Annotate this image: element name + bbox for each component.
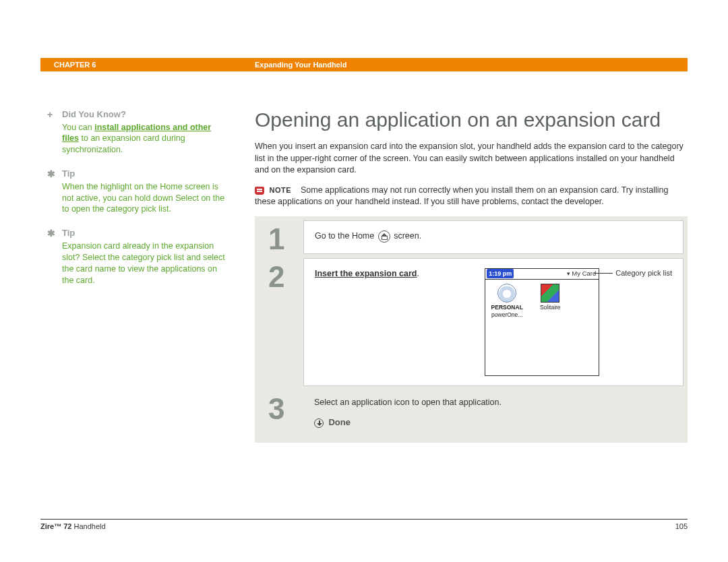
app-icon (497, 284, 516, 303)
device-status-bar: 1:19 pm My Card (485, 269, 599, 280)
tip-body-2: Expansion card already in the expansion … (62, 241, 228, 286)
page-number: 105 (675, 522, 688, 530)
step-body: Insert the expansion card. 1:19 pm My Ca… (303, 258, 684, 386)
step-number: 3 (259, 390, 303, 439)
did-you-know-body: You can install applications and other f… (62, 122, 228, 156)
down-arrow-icon (314, 418, 324, 428)
chapter-header-bar: CHAPTER 6 Expanding Your Handheld (40, 58, 688, 71)
app-solitaire[interactable]: Solitaire (534, 284, 566, 320)
asterisk-icon: ✱ (47, 227, 55, 240)
page-footer: Zire™ 72 Handheld 105 (40, 519, 688, 530)
done-indicator: Done (314, 416, 673, 429)
device-screenshot: 1:19 pm My Card PERSONAL powerOne... (485, 268, 599, 376)
intro-paragraph: When you insert an expansion card into t… (255, 141, 688, 177)
step-number: 1 (259, 220, 303, 254)
app-powerone[interactable]: PERSONAL powerOne... (491, 284, 523, 320)
callout-category-picklist: Category pick list (609, 268, 672, 278)
step-body: Go to the Home screen. (303, 220, 684, 254)
did-you-know-block: + Did You Know? You can install applicat… (62, 108, 228, 156)
note-text: Some applications may not run correctly … (255, 185, 668, 207)
step-number: 2 (259, 258, 303, 386)
app-icon (541, 284, 559, 303)
home-icon (378, 230, 390, 243)
did-you-know-heading: + Did You Know? (62, 108, 228, 121)
main-content: Opening an application on an expansion c… (255, 108, 688, 443)
insert-card-link[interactable]: Insert the expansion card (315, 269, 417, 278)
note-label: NOTE (269, 186, 291, 194)
chapter-label: CHAPTER 6 (40, 61, 255, 69)
device-time: 1:19 pm (487, 269, 514, 279)
plus-icon: + (47, 108, 53, 121)
step-body: Select an application icon to open that … (303, 390, 684, 439)
steps-container: 1 Go to the Home screen. 2 Insert the ex… (255, 216, 688, 443)
chapter-title: Expanding Your Handheld (255, 61, 347, 69)
tip-block-1: ✱ Tip When the highlight on the Home scr… (62, 168, 228, 215)
tip-body-1: When the highlight on the Home screen is… (62, 181, 228, 216)
note-paragraph: NOTE Some applications may not run corre… (255, 185, 688, 208)
step-2: 2 Insert the expansion card. 1:19 pm My … (259, 258, 684, 386)
page-title: Opening an application on an expansion c… (255, 108, 688, 131)
step-3: 3 Select an application icon to open tha… (259, 390, 684, 439)
step-1: 1 Go to the Home screen. (259, 220, 684, 254)
device-category-picklist[interactable]: My Card (566, 269, 597, 278)
tip-heading-1: ✱ Tip (62, 168, 228, 180)
tip-heading-2: ✱ Tip (62, 227, 228, 239)
tip-block-2: ✱ Tip Expansion card already in the expa… (62, 227, 228, 286)
note-icon (255, 187, 264, 195)
sidebar: + Did You Know? You can install applicat… (40, 108, 255, 443)
asterisk-icon: ✱ (47, 168, 55, 181)
product-name: Zire™ 72 Handheld (40, 522, 106, 530)
